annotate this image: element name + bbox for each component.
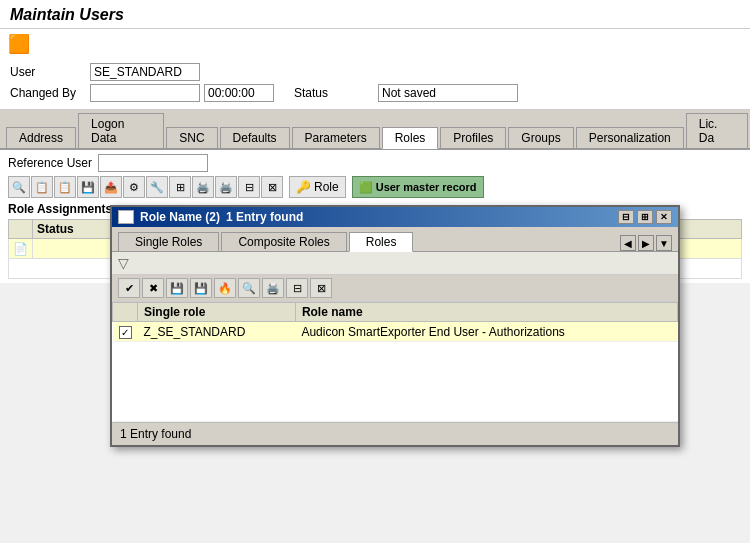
tab-snc[interactable]: SNC (166, 127, 217, 148)
modal-title-left: ▤ Role Name (2) 1 Entry found (118, 210, 303, 224)
status-label: Status (294, 86, 374, 100)
user-master-label: User master record (376, 181, 477, 193)
modal-save2-btn[interactable]: 💾 (190, 278, 212, 298)
tab-personalization[interactable]: Personalization (576, 127, 684, 148)
modal-tabs-bar: Single Roles Composite Roles Roles ◀ ▶ ▼ (112, 227, 678, 252)
tabs-bar: Address Logon Data SNC Defaults Paramete… (0, 110, 750, 150)
modal-tab-list-btn[interactable]: ▼ (656, 235, 672, 251)
col-checkbox (113, 303, 138, 322)
modal-save-btn[interactable]: 💾 (166, 278, 188, 298)
tab-address[interactable]: Address (6, 127, 76, 148)
content-toolbar: 🔍 📋 📋 💾 📤 ⚙ 🔧 ⊞ 🖨️ 🖨️ ⊟ ⊠ 🔑 Role 🟩 User … (8, 176, 742, 198)
modal-grid2-btn[interactable]: ⊠ (310, 278, 332, 298)
modal-table: Single role Role name ✓ Z_SE_STANDARD Au… (112, 302, 678, 422)
modal-search-btn[interactable]: 🔍 (238, 278, 260, 298)
main-window: Maintain Users 🟧 User Changed By Status … (0, 0, 750, 283)
status-input[interactable] (378, 84, 518, 102)
tab-logon-data[interactable]: Logon Data (78, 113, 164, 148)
role-btn-label: Role (314, 180, 339, 194)
tab-groups[interactable]: Groups (508, 127, 573, 148)
top-toolbar: 🟧 (0, 29, 750, 59)
col-single-role: Single role (138, 303, 296, 322)
modal-tab-single-roles[interactable]: Single Roles (118, 232, 219, 251)
filter-btn[interactable]: ⚙ (123, 176, 145, 198)
modal-tab-roles[interactable]: Roles (349, 232, 414, 252)
ref-user-row: Reference User (8, 154, 742, 172)
modal-table-header: Single role Role name (113, 303, 678, 322)
user-row: User (10, 63, 740, 81)
modal-check-btn[interactable]: ✔ (118, 278, 140, 298)
save-btn[interactable]: 💾 (77, 176, 99, 198)
copy-btn[interactable]: 📋 (31, 176, 53, 198)
role-icon: 🔑 (296, 180, 311, 194)
user-label: User (10, 65, 90, 79)
modal-del-btn[interactable]: ✖ (142, 278, 164, 298)
user-master-icon: 🟩 (359, 181, 373, 194)
modal-fire-btn[interactable]: 🔥 (214, 278, 236, 298)
form-area: User Changed By Status (0, 59, 750, 110)
modal-entry-count: 1 Entry found (226, 210, 303, 224)
search-btn[interactable]: 🔍 (8, 176, 30, 198)
col-role-name: Role name (295, 303, 677, 322)
grid-btn[interactable]: ⊟ (238, 176, 260, 198)
modal-footer-text: 1 Entry found (120, 427, 191, 441)
modal-title-bar: ▤ Role Name (2) 1 Entry found ⊟ ⊞ ✕ (112, 207, 678, 227)
layout-btn[interactable]: ⊞ (169, 176, 191, 198)
row-role-name-value: Audicon SmartExporter End User - Authori… (295, 322, 677, 342)
modal-table-row: ✓ Z_SE_STANDARD Audicon SmartExporter En… (113, 322, 678, 342)
ref-user-input[interactable] (98, 154, 208, 172)
modal-tab-prev-btn[interactable]: ◀ (620, 235, 636, 251)
print-btn[interactable]: 🖨️ (192, 176, 214, 198)
modal-title: Role Name (2) (140, 210, 220, 224)
modal-dialog: ▤ Role Name (2) 1 Entry found ⊟ ⊞ ✕ Sing… (110, 205, 680, 447)
modal-table-wrapper: Single role Role name ✓ Z_SE_STANDARD Au… (112, 302, 678, 422)
changed-by-label: Changed By (10, 86, 90, 100)
time-input[interactable] (204, 84, 274, 102)
print2-btn[interactable]: 🖨️ (215, 176, 237, 198)
export-btn[interactable]: 📤 (100, 176, 122, 198)
modal-print-btn[interactable]: 🖨️ (262, 278, 284, 298)
modal-toolbar: ✔ ✖ 💾 💾 🔥 🔍 🖨️ ⊟ ⊠ (112, 275, 678, 302)
changed-by-input[interactable] (90, 84, 200, 102)
page-title: Maintain Users (10, 6, 740, 24)
modal-tab-composite-roles[interactable]: Composite Roles (221, 232, 346, 251)
modal-tab-nav: ◀ ▶ ▼ (620, 235, 672, 251)
modal-empty-row (113, 342, 678, 422)
row-checkbox[interactable]: ✓ (119, 326, 132, 339)
row-icon-cell: 📄 (9, 239, 33, 259)
modal-controls: ⊟ ⊞ ✕ (618, 210, 672, 224)
copy2-btn[interactable]: 📋 (54, 176, 76, 198)
settings-btn[interactable]: 🔧 (146, 176, 168, 198)
user-master-btn[interactable]: 🟩 User master record (352, 176, 484, 198)
tab-lic-da[interactable]: Lic. Da (686, 113, 748, 148)
filter-icon: ▽ (118, 255, 129, 271)
modal-tab-next-btn[interactable]: ▶ (638, 235, 654, 251)
changed-by-row: Changed By Status (10, 84, 740, 102)
modal-close-btn[interactable]: ✕ (656, 210, 672, 224)
title-bar: Maintain Users (0, 0, 750, 29)
main-content: Reference User 🔍 📋 📋 💾 📤 ⚙ 🔧 ⊞ 🖨️ 🖨️ ⊟ ⊠… (0, 150, 750, 283)
tab-defaults[interactable]: Defaults (220, 127, 290, 148)
grid2-btn[interactable]: ⊠ (261, 176, 283, 198)
modal-footer: 1 Entry found (112, 422, 678, 445)
user-input[interactable] (90, 63, 200, 81)
tab-parameters[interactable]: Parameters (292, 127, 380, 148)
modal-maximize-btn[interactable]: ⊞ (637, 210, 653, 224)
modal-grid-btn[interactable]: ⊟ (286, 278, 308, 298)
ref-user-label: Reference User (8, 156, 92, 170)
modal-filter-row: ▽ (112, 252, 678, 275)
modal-title-icon: ▤ (118, 210, 134, 224)
role-btn[interactable]: 🔑 Role (289, 176, 346, 198)
col-icon (9, 220, 33, 239)
row-single-role: Z_SE_STANDARD (138, 322, 296, 342)
row-checkbox-cell[interactable]: ✓ (113, 322, 138, 342)
toolbar-icon: 🟧 (8, 34, 30, 54)
tab-roles[interactable]: Roles (382, 127, 439, 149)
tab-profiles[interactable]: Profiles (440, 127, 506, 148)
modal-restore-btn[interactable]: ⊟ (618, 210, 634, 224)
